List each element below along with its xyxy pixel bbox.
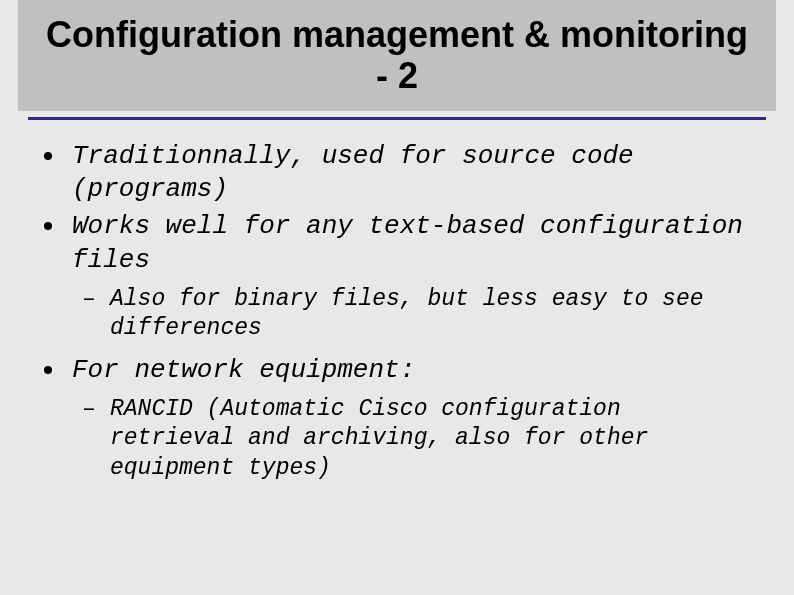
sub-bullet-list: RANCID (Automatic Cisco configuration re… xyxy=(38,395,756,483)
list-item: Traditionnally, used for source code (pr… xyxy=(38,140,756,207)
content-area: Traditionnally, used for source code (pr… xyxy=(0,120,794,484)
list-item: Works well for any text-based configurat… xyxy=(38,210,756,277)
bullet-list: For network equipment: xyxy=(38,354,756,387)
list-item: Also for binary files, but less easy to … xyxy=(38,285,756,344)
list-item: RANCID (Automatic Cisco configuration re… xyxy=(38,395,756,483)
slide-title: Configuration management & monitoring - … xyxy=(38,14,756,97)
list-item: For network equipment: xyxy=(38,354,756,387)
sub-bullet-list: Also for binary files, but less easy to … xyxy=(38,285,756,344)
title-bar: Configuration management & monitoring - … xyxy=(18,0,776,111)
slide: Configuration management & monitoring - … xyxy=(0,0,794,595)
bullet-list: Traditionnally, used for source code (pr… xyxy=(38,140,756,277)
